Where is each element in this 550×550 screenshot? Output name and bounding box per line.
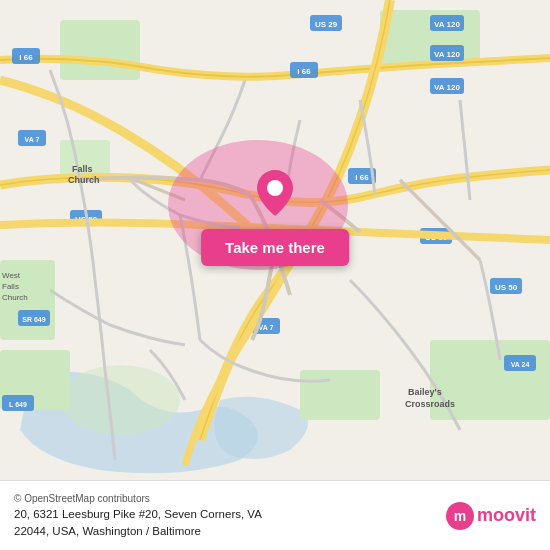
svg-text:Church: Church: [68, 175, 100, 185]
svg-text:L 649: L 649: [9, 401, 27, 408]
svg-text:VA 24: VA 24: [511, 361, 530, 368]
osm-attribution: © OpenStreetMap contributors: [14, 491, 434, 506]
svg-point-7: [60, 365, 180, 435]
svg-text:US 29: US 29: [315, 20, 338, 29]
svg-text:SR 649: SR 649: [22, 316, 45, 323]
svg-text:US 50: US 50: [495, 283, 518, 292]
moovit-logo-text: moovit: [477, 505, 536, 526]
address-line2: 22044, USA, Washington / Baltimore: [14, 523, 434, 540]
take-me-there-button[interactable]: Take me there: [201, 229, 349, 266]
svg-text:I 66: I 66: [19, 53, 33, 62]
svg-text:I 66: I 66: [355, 173, 369, 182]
svg-rect-6: [300, 370, 380, 420]
svg-text:Crossroads: Crossroads: [405, 399, 455, 409]
svg-text:Falls: Falls: [2, 282, 19, 291]
map-container: I 66 I 66 VA 120 VA 120 VA 120 US 29 VA …: [0, 0, 550, 480]
svg-text:Church: Church: [2, 293, 28, 302]
svg-text:Falls: Falls: [72, 164, 93, 174]
svg-text:VA 120: VA 120: [434, 20, 460, 29]
info-text: © OpenStreetMap contributors 20, 6321 Le…: [14, 491, 434, 541]
svg-text:I 66: I 66: [297, 67, 311, 76]
svg-text:VA 120: VA 120: [434, 83, 460, 92]
svg-rect-1: [60, 20, 140, 80]
svg-text:VA 7: VA 7: [259, 324, 274, 331]
svg-text:West: West: [2, 271, 21, 280]
address-line1: 20, 6321 Leesburg Pike #20, Seven Corner…: [14, 506, 434, 523]
svg-text:Bailey's: Bailey's: [408, 387, 442, 397]
map-pin: [257, 170, 293, 220]
info-bar: © OpenStreetMap contributors 20, 6321 Le…: [0, 480, 550, 550]
svg-point-49: [267, 180, 283, 196]
svg-text:VA 120: VA 120: [434, 50, 460, 59]
moovit-logo: m moovit: [446, 502, 536, 530]
svg-text:VA 7: VA 7: [25, 136, 40, 143]
moovit-logo-icon: m: [446, 502, 474, 530]
